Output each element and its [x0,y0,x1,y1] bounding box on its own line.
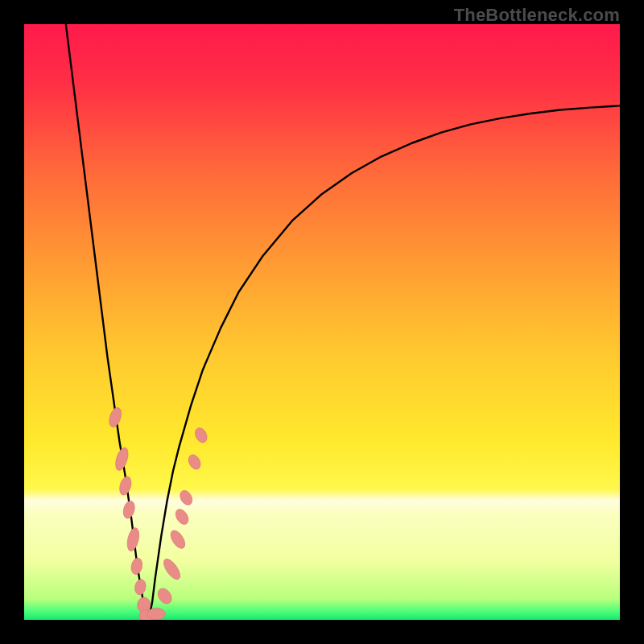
marker-layer [107,406,209,620]
data-marker-5 [130,557,143,576]
data-marker-3 [122,500,137,520]
data-marker-11 [161,556,184,582]
curve-right-branch [149,105,620,617]
data-marker-9 [147,608,165,620]
data-marker-14 [178,489,195,507]
watermark-text: TheBottleneck.com [454,5,620,26]
data-marker-12 [167,528,188,551]
data-marker-13 [173,507,191,527]
data-marker-10 [155,586,175,606]
plot-area [24,24,620,620]
data-marker-6 [134,579,147,596]
data-marker-4 [126,526,142,552]
chart-frame: TheBottleneck.com [0,0,644,644]
chart-svg [24,24,620,620]
data-marker-16 [193,426,209,444]
data-marker-15 [186,452,203,471]
data-marker-2 [118,475,133,496]
data-marker-0 [107,406,123,428]
data-marker-1 [114,446,130,472]
